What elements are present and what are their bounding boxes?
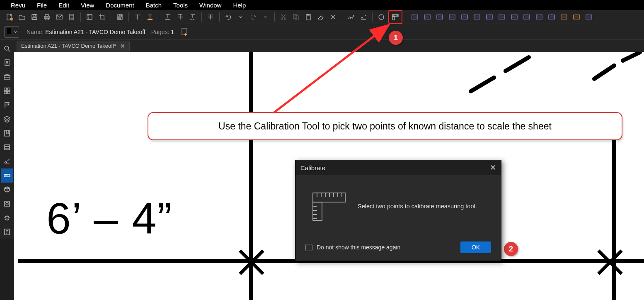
tab-close-icon[interactable]: ✕ bbox=[120, 43, 125, 49]
sidebar-links-button[interactable] bbox=[1, 197, 13, 211]
text-squiggly-button[interactable] bbox=[187, 12, 198, 22]
svg-rect-46 bbox=[4, 91, 7, 94]
svg-rect-23 bbox=[392, 17, 395, 20]
checkbox-label: Do not show this message again bbox=[317, 244, 400, 251]
sidebar-toolchest-button[interactable] bbox=[1, 70, 13, 84]
dynamic-fill-button[interactable] bbox=[484, 12, 495, 22]
checkbox-icon[interactable] bbox=[305, 244, 312, 251]
perimeter-button[interactable] bbox=[434, 12, 445, 22]
sidebar-file-access-button[interactable] bbox=[1, 56, 13, 70]
svg-rect-3 bbox=[33, 15, 36, 16]
headers-button[interactable] bbox=[84, 12, 95, 22]
svg-rect-68 bbox=[313, 193, 345, 202]
step-badge-1: 1 bbox=[389, 31, 403, 45]
dialog-close-icon[interactable]: ✕ bbox=[490, 163, 496, 172]
diameter-button[interactable] bbox=[521, 12, 532, 22]
step-2-number: 2 bbox=[509, 245, 513, 254]
svg-rect-4 bbox=[33, 17, 36, 20]
dialog-titlebar: Calibrate ✕ bbox=[295, 160, 501, 175]
dialog-title-text: Calibrate bbox=[300, 164, 325, 171]
cutout-area-button[interactable] bbox=[559, 12, 569, 22]
document-tab[interactable]: Estimation A21 - TAVCO Demo Takeoff* ✕ bbox=[17, 41, 130, 51]
svg-rect-49 bbox=[5, 145, 10, 150]
menu-item-help[interactable]: Help bbox=[227, 1, 252, 10]
undo-dd-button[interactable] bbox=[235, 12, 246, 22]
calibrate-icon bbox=[307, 189, 347, 224]
menu-item-view[interactable]: View bbox=[75, 1, 100, 10]
dont-show-checkbox[interactable]: Do not show this message again bbox=[305, 244, 400, 251]
menu-item-batch[interactable]: Batch bbox=[140, 1, 167, 10]
email-button[interactable] bbox=[54, 12, 65, 22]
radius-button[interactable] bbox=[546, 12, 557, 22]
menu-item-file[interactable]: File bbox=[31, 1, 53, 10]
sidebar-thumbnails-button[interactable] bbox=[1, 84, 13, 98]
sidebar-3d-button[interactable] bbox=[1, 183, 13, 197]
print-button[interactable] bbox=[41, 12, 52, 22]
svg-point-15 bbox=[281, 18, 283, 20]
svg-line-63 bbox=[506, 57, 529, 71]
pages-value: 1 bbox=[171, 29, 174, 35]
polylength-button[interactable] bbox=[422, 12, 433, 22]
compare-docs-button[interactable] bbox=[114, 12, 125, 22]
menu-item-edit[interactable]: Edit bbox=[53, 1, 75, 10]
sidebar-settings-button[interactable] bbox=[1, 211, 13, 225]
sidebar-bookmarks-button[interactable] bbox=[1, 126, 13, 140]
highlight-button[interactable] bbox=[145, 12, 155, 22]
svg-rect-44 bbox=[4, 88, 7, 90]
redo-button[interactable] bbox=[248, 12, 259, 22]
undo-button[interactable] bbox=[223, 12, 234, 22]
text-underline-button[interactable] bbox=[162, 12, 173, 22]
step-1-number: 1 bbox=[394, 34, 398, 42]
ok-label: OK bbox=[472, 244, 480, 251]
svg-point-16 bbox=[284, 18, 286, 20]
sidebar-signatures-button[interactable] bbox=[1, 154, 13, 168]
menu-item-tools[interactable]: Tools bbox=[167, 1, 194, 10]
volume-button[interactable] bbox=[496, 12, 507, 22]
page-button[interactable] bbox=[66, 12, 77, 22]
thumbnail-dropdown[interactable] bbox=[4, 26, 19, 38]
ok-button[interactable]: OK bbox=[460, 241, 491, 253]
svg-point-52 bbox=[6, 202, 8, 205]
sidebar-layers-button[interactable] bbox=[1, 112, 13, 126]
menu-item-document[interactable]: Document bbox=[100, 1, 140, 10]
svg-rect-6 bbox=[45, 15, 48, 16]
add-page-button[interactable] bbox=[179, 26, 191, 38]
svg-rect-10 bbox=[87, 15, 92, 20]
svg-line-67 bbox=[274, 25, 389, 113]
svg-point-53 bbox=[6, 217, 8, 219]
text-format-button[interactable] bbox=[205, 12, 216, 22]
menu-item-window[interactable]: Window bbox=[194, 1, 227, 10]
open-folder-button[interactable] bbox=[17, 12, 27, 22]
sidebar-search-button[interactable] bbox=[1, 41, 13, 56]
svg-rect-40 bbox=[182, 28, 187, 35]
svg-rect-45 bbox=[7, 88, 10, 90]
menu-item-revu[interactable]: Revu bbox=[5, 1, 31, 10]
length-button[interactable] bbox=[409, 12, 420, 22]
name-value: Estimation A21 - TAVCO Demo Takeoff bbox=[45, 29, 145, 35]
text-strike-button[interactable] bbox=[175, 12, 186, 22]
area-button[interactable] bbox=[447, 12, 458, 22]
angle-button[interactable] bbox=[534, 12, 545, 22]
count-button[interactable] bbox=[509, 12, 520, 22]
save-button[interactable] bbox=[29, 12, 40, 22]
svg-line-64 bbox=[594, 66, 614, 79]
calibrate-dialog: Calibrate ✕ Select two points to calibra… bbox=[295, 160, 501, 261]
polygon-area-button[interactable] bbox=[459, 12, 470, 22]
svg-line-65 bbox=[623, 52, 640, 61]
dialog-message: Select two points to calibrate measuring… bbox=[358, 203, 477, 210]
crop-button[interactable] bbox=[97, 12, 107, 22]
text-tool-button[interactable] bbox=[132, 12, 143, 22]
svg-line-62 bbox=[471, 78, 494, 91]
show-all-button[interactable] bbox=[583, 12, 594, 22]
name-label: Name: bbox=[27, 29, 44, 35]
new-file-button[interactable] bbox=[4, 12, 15, 22]
sidebar-properties-button[interactable] bbox=[1, 140, 13, 154]
sidebar-measure-button[interactable] bbox=[1, 168, 13, 183]
step-badge-2: 2 bbox=[504, 242, 518, 256]
sidebar-flag-button[interactable] bbox=[1, 98, 13, 112]
sidebar-forms-button[interactable] bbox=[1, 225, 13, 239]
cutout-poly-button[interactable] bbox=[571, 12, 582, 22]
pages-label: Pages: bbox=[151, 29, 169, 35]
rectangle-area-button[interactable] bbox=[472, 12, 482, 22]
svg-rect-11 bbox=[148, 19, 153, 20]
